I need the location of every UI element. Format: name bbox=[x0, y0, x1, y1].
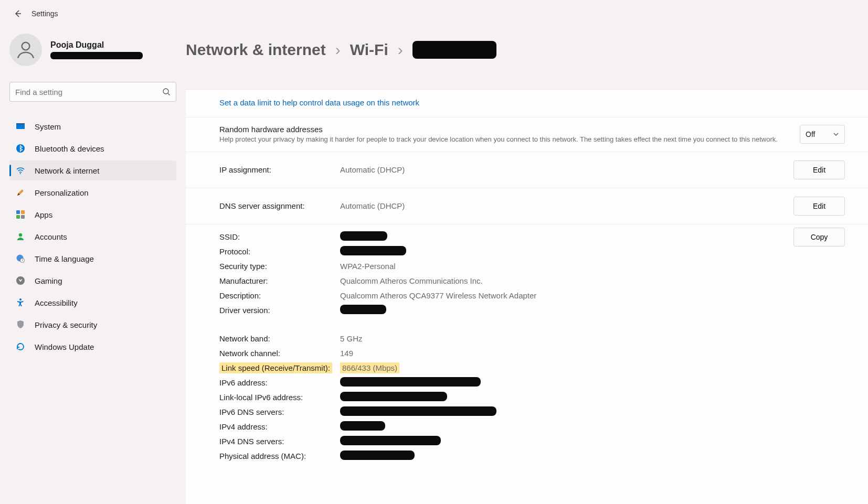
user-email-redacted bbox=[50, 52, 143, 59]
svg-point-10 bbox=[19, 233, 22, 237]
sidebar-item-apps[interactable]: Apps bbox=[9, 205, 176, 224]
sidebar-item-label: Windows Update bbox=[35, 342, 94, 351]
sidebar-item-accessibility[interactable]: Accessibility bbox=[9, 293, 176, 313]
title-bar: Settings bbox=[0, 0, 868, 27]
svg-rect-7 bbox=[21, 210, 25, 214]
search-icon bbox=[162, 88, 171, 96]
system-icon bbox=[16, 122, 25, 131]
sidebar-item-label: Bluetooth & devices bbox=[35, 144, 104, 153]
main-panel: Network & internet › Wi-Fi › Set a data … bbox=[186, 27, 868, 504]
svg-rect-3 bbox=[16, 123, 25, 124]
apps-icon bbox=[16, 210, 25, 219]
gaming-icon bbox=[16, 276, 25, 285]
manufacturer-value: Qualcomm Atheros Communications Inc. bbox=[340, 276, 483, 285]
sidebar-item-personalization[interactable]: Personalization bbox=[9, 183, 176, 202]
band-value: 5 GHz bbox=[340, 334, 363, 343]
protocol-label: Protocol: bbox=[219, 247, 340, 256]
driver-value-redacted bbox=[340, 305, 386, 314]
ip-assignment-edit-button[interactable]: Edit bbox=[793, 160, 845, 179]
ipv6-dns-value-redacted bbox=[340, 406, 496, 416]
sidebar-item-label: Apps bbox=[35, 210, 52, 219]
ip-assignment-value: Automatic (DHCP) bbox=[340, 165, 405, 174]
sidebar-item-update[interactable]: Windows Update bbox=[9, 337, 176, 357]
ipv6-value-redacted bbox=[340, 377, 481, 387]
dns-assignment-edit-button[interactable]: Edit bbox=[793, 197, 845, 216]
sidebar: Pooja Duggal System Bluetooth & devices bbox=[0, 27, 186, 504]
sidebar-item-privacy[interactable]: Privacy & security bbox=[9, 315, 176, 335]
breadcrumb: Network & internet › Wi-Fi › bbox=[186, 41, 868, 59]
chevron-down-icon bbox=[833, 131, 839, 137]
sidebar-item-label: Network & internet bbox=[35, 166, 99, 175]
ipv6-label: IPv6 address: bbox=[219, 378, 340, 387]
description-label: Description: bbox=[219, 291, 340, 300]
security-value: WPA2-Personal bbox=[340, 262, 396, 271]
sidebar-nav: System Bluetooth & devices Network & int… bbox=[9, 116, 176, 357]
dns-assignment-label: DNS server assignment: bbox=[219, 201, 340, 210]
dns-assignment-value: Automatic (DHCP) bbox=[340, 201, 405, 210]
user-name: Pooja Duggal bbox=[50, 40, 143, 50]
copy-button[interactable]: Copy bbox=[793, 228, 845, 246]
description-value: Qualcomm Atheros QCA9377 Wireless Networ… bbox=[340, 291, 536, 300]
sidebar-item-label: System bbox=[35, 122, 61, 131]
wifi-properties: SSID: Copy Protocol: Security type: WPA2… bbox=[186, 224, 868, 474]
brush-icon bbox=[16, 188, 25, 197]
app-title: Settings bbox=[31, 9, 58, 18]
content-area: Set a data limit to help control data us… bbox=[186, 89, 868, 504]
breadcrumb-wifi[interactable]: Wi-Fi bbox=[350, 41, 388, 59]
link-speed-value: 866/433 (Mbps) bbox=[340, 362, 399, 373]
globe-clock-icon bbox=[16, 254, 25, 263]
data-limit-link[interactable]: Set a data limit to help control data us… bbox=[219, 98, 419, 107]
ipv4-label: IPv4 address: bbox=[219, 422, 340, 431]
shield-icon bbox=[16, 320, 25, 329]
sidebar-item-label: Time & language bbox=[35, 254, 94, 263]
chevron-right-icon: › bbox=[335, 41, 341, 59]
svg-point-5 bbox=[20, 173, 21, 174]
search-input[interactable] bbox=[15, 88, 162, 96]
sidebar-item-accounts[interactable]: Accounts bbox=[9, 227, 176, 246]
page-header: Network & internet › Wi-Fi › bbox=[186, 27, 868, 89]
avatar bbox=[9, 34, 42, 66]
ipv4-dns-label: IPv4 DNS servers: bbox=[219, 437, 340, 446]
sidebar-item-label: Accessibility bbox=[35, 298, 78, 307]
search-box[interactable] bbox=[9, 82, 176, 102]
wifi-icon bbox=[16, 166, 25, 175]
random-hw-section: Random hardware addresses Help protect y… bbox=[186, 117, 868, 152]
svg-rect-2 bbox=[16, 123, 25, 129]
user-profile[interactable]: Pooja Duggal bbox=[9, 34, 176, 66]
sidebar-item-network[interactable]: Network & internet bbox=[9, 160, 176, 180]
svg-point-1 bbox=[163, 89, 168, 94]
security-label: Security type: bbox=[219, 262, 340, 271]
svg-point-14 bbox=[19, 298, 22, 301]
ssid-value-redacted bbox=[340, 231, 387, 241]
sidebar-item-system[interactable]: System bbox=[9, 116, 176, 136]
sidebar-item-label: Personalization bbox=[35, 188, 89, 197]
sidebar-item-time[interactable]: Time & language bbox=[9, 249, 176, 269]
accounts-icon bbox=[16, 232, 25, 241]
link-speed-label: Link speed (Receive/Transmit): bbox=[219, 362, 332, 373]
link-local-ipv6-label: Link-local IPv6 address: bbox=[219, 393, 340, 402]
ip-assignment-label: IP assignment: bbox=[219, 165, 340, 174]
sidebar-item-bluetooth[interactable]: Bluetooth & devices bbox=[9, 138, 176, 158]
update-icon bbox=[16, 342, 25, 351]
breadcrumb-network[interactable]: Network & internet bbox=[186, 41, 326, 59]
random-hw-dropdown[interactable]: Off bbox=[800, 125, 845, 144]
back-button[interactable] bbox=[9, 5, 26, 22]
back-arrow-icon bbox=[14, 9, 22, 18]
mac-label: Physical address (MAC): bbox=[219, 452, 340, 460]
link-local-ipv6-value-redacted bbox=[340, 392, 447, 401]
ipv6-dns-label: IPv6 DNS servers: bbox=[219, 408, 340, 416]
svg-point-0 bbox=[22, 42, 30, 50]
random-hw-value: Off bbox=[806, 130, 815, 138]
svg-rect-6 bbox=[16, 210, 20, 214]
ipv4-value-redacted bbox=[340, 421, 385, 431]
channel-value: 149 bbox=[340, 349, 353, 358]
svg-rect-8 bbox=[16, 215, 20, 219]
sidebar-item-gaming[interactable]: Gaming bbox=[9, 271, 176, 291]
sidebar-item-label: Accounts bbox=[35, 232, 67, 241]
sidebar-item-label: Gaming bbox=[35, 276, 62, 285]
ssid-label: SSID: bbox=[219, 232, 340, 241]
breadcrumb-network-name-redacted bbox=[412, 41, 496, 59]
channel-label: Network channel: bbox=[219, 349, 340, 358]
sidebar-item-label: Privacy & security bbox=[35, 320, 97, 329]
chevron-right-icon: › bbox=[398, 41, 403, 59]
